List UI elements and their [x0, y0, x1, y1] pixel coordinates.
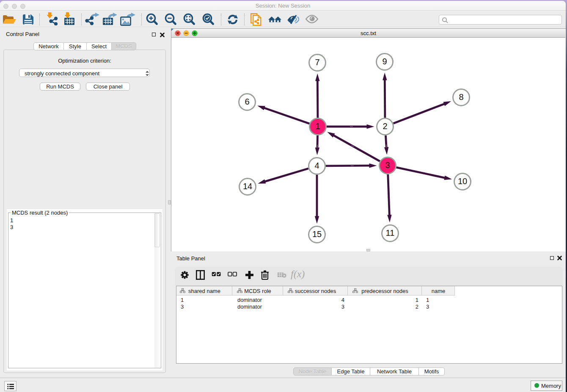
svg-text:8: 8	[459, 92, 463, 102]
svg-text:6: 6	[245, 97, 249, 106]
svg-text:3: 3	[385, 160, 390, 170]
svg-text:4: 4	[314, 161, 319, 170]
svg-text:10: 10	[458, 177, 467, 186]
svg-text:2: 2	[383, 121, 387, 131]
svg-text:15: 15	[312, 229, 322, 239]
svg-text:11: 11	[386, 228, 395, 237]
svg-text:1: 1	[315, 121, 320, 131]
svg-text:9: 9	[382, 57, 387, 66]
svg-text:14: 14	[243, 182, 252, 191]
svg-text:7: 7	[315, 58, 319, 67]
